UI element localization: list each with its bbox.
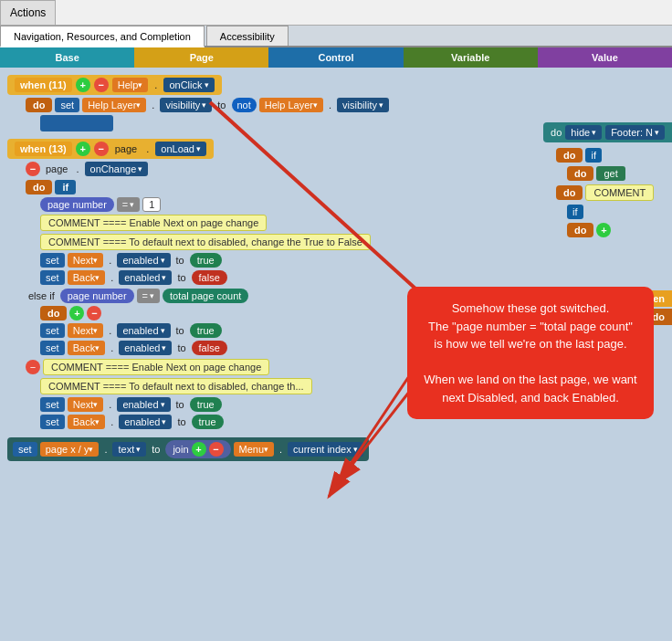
set-next3: set bbox=[40, 397, 65, 412]
else-minus[interactable]: − bbox=[26, 360, 40, 374]
hide-dd[interactable]: hide bbox=[565, 125, 602, 140]
dot-bottom: . bbox=[101, 442, 110, 457]
value-1-badge[interactable]: 1 bbox=[142, 197, 161, 212]
enabled-dd4[interactable]: enabled bbox=[119, 341, 172, 355]
to-back1: to bbox=[174, 270, 188, 285]
when-13-keyword: when (13) bbox=[15, 142, 72, 156]
else-if-label: else if bbox=[26, 289, 58, 303]
do-else-if: do bbox=[40, 306, 67, 320]
cat-base[interactable]: Base bbox=[0, 47, 134, 68]
right-add[interactable]: + bbox=[596, 223, 611, 237]
set-back3: set bbox=[40, 415, 65, 429]
comment4-block: COMMENT ==== To default next to disabled… bbox=[40, 378, 312, 394]
dot-separator: . bbox=[152, 78, 160, 92]
to-back2: to bbox=[174, 341, 188, 355]
enabled-dd3[interactable]: enabled bbox=[117, 323, 170, 338]
dot-back2: . bbox=[108, 341, 116, 355]
join-remove[interactable]: − bbox=[209, 442, 224, 457]
right-if: if bbox=[585, 148, 602, 163]
page-xy-dd[interactable]: page x / y bbox=[40, 442, 100, 457]
get-block: get bbox=[596, 166, 625, 181]
annotation-text: Somehow these got switched.The "page num… bbox=[424, 299, 637, 406]
when-13-remove[interactable]: − bbox=[94, 142, 109, 156]
back-dd3[interactable]: Back bbox=[68, 415, 105, 429]
right-if2: if bbox=[567, 205, 672, 219]
actions-menu[interactable]: Actions bbox=[0, 0, 56, 25]
menu-dd[interactable]: Menu bbox=[234, 442, 275, 457]
cat-value[interactable]: Value bbox=[538, 47, 672, 68]
next-dd2[interactable]: Next bbox=[68, 323, 104, 338]
onchange-dropdown[interactable]: onChange bbox=[85, 162, 149, 176]
next-dd3[interactable]: Next bbox=[68, 397, 104, 412]
visibility-dd2[interactable]: visibility bbox=[337, 98, 389, 112]
tab-navigation[interactable]: Navigation, Resources, and Completion bbox=[0, 26, 205, 47]
dot-back3: . bbox=[108, 415, 116, 429]
cat-control[interactable]: Control bbox=[268, 47, 403, 68]
enabled-dd6[interactable]: enabled bbox=[119, 415, 172, 429]
annotation-box: Somehow these got switched.The "page num… bbox=[407, 287, 654, 419]
enabled-dd5[interactable]: enabled bbox=[117, 397, 170, 412]
join-add[interactable]: + bbox=[192, 442, 206, 457]
dot-11: . bbox=[149, 98, 157, 112]
right-do3: do bbox=[556, 185, 583, 200]
do-11-label: do bbox=[26, 98, 52, 112]
footer-dd[interactable]: Footer: N bbox=[605, 125, 665, 140]
onload-dropdown[interactable]: onLoad bbox=[155, 142, 206, 156]
when-11-row: when (11) + − Help . onClick bbox=[7, 75, 665, 95]
right-do-get: do get bbox=[567, 166, 672, 181]
dot-back1: . bbox=[108, 270, 116, 285]
help-layer-dd2[interactable]: Help Layer bbox=[259, 98, 323, 112]
to-back3: to bbox=[174, 415, 188, 429]
current-index-dd[interactable]: current index bbox=[288, 442, 363, 457]
comment3-block: COMMENT ==== Enable Next on page change bbox=[43, 359, 269, 375]
when-11-add[interactable]: + bbox=[76, 78, 90, 92]
when-11-header: when (11) + − Help . onClick bbox=[7, 75, 222, 95]
to-next3: to bbox=[173, 397, 187, 412]
dot-menu: . bbox=[277, 442, 285, 457]
cat-variable[interactable]: Variable bbox=[404, 47, 538, 68]
cat-page[interactable]: Page bbox=[134, 47, 268, 68]
right-do-section: do if do get do COMMENT if do + bbox=[549, 148, 672, 237]
tab-accessibility[interactable]: Accessibility bbox=[206, 26, 289, 46]
total-page-count-value: total page count bbox=[163, 289, 248, 303]
back-dd2[interactable]: Back bbox=[68, 341, 105, 355]
page-number-value1: page number bbox=[40, 197, 114, 212]
page-13: page bbox=[112, 142, 140, 156]
dot-next3: . bbox=[106, 397, 114, 412]
do-13: do bbox=[26, 180, 52, 194]
back-dd1[interactable]: Back bbox=[68, 270, 105, 285]
equals-op2[interactable]: = bbox=[137, 289, 160, 303]
to-next2: to bbox=[173, 323, 187, 338]
onclick-dropdown[interactable]: onClick bbox=[163, 78, 214, 92]
do-bottom-label: do bbox=[653, 311, 665, 322]
to-11: to bbox=[215, 98, 228, 112]
else-if-remove[interactable]: − bbox=[87, 306, 101, 320]
equals-op1[interactable]: = bbox=[117, 197, 140, 212]
onchange-remove[interactable]: − bbox=[26, 162, 40, 176]
set-back1: set bbox=[40, 270, 65, 285]
right-do-row: do if bbox=[556, 148, 672, 163]
tab-bar: Navigation, Resources, and Completion Ac… bbox=[0, 26, 672, 47]
right-do4: do + bbox=[567, 223, 672, 237]
help-layer-dd[interactable]: Help Layer bbox=[82, 98, 146, 112]
page-number-value2: page number bbox=[60, 289, 134, 303]
not-value: not bbox=[232, 98, 257, 112]
to-next1: to bbox=[173, 253, 187, 268]
main-content: when (11) + − Help . onClick do set Help… bbox=[0, 68, 672, 641]
hide-block: do hide Footer: N bbox=[543, 122, 672, 142]
else-if-add[interactable]: + bbox=[69, 306, 84, 320]
true-val3: true bbox=[190, 397, 222, 412]
when-13-add[interactable]: + bbox=[76, 142, 90, 156]
do-top-right: do bbox=[551, 127, 562, 138]
enabled-dd2[interactable]: enabled bbox=[119, 270, 172, 285]
enabled-dd1[interactable]: enabled bbox=[117, 253, 170, 268]
dot-next1: . bbox=[106, 253, 114, 268]
set-page-xy: set bbox=[13, 442, 37, 457]
help-dropdown[interactable]: Help bbox=[112, 78, 149, 92]
visibility-dd1[interactable]: visibility bbox=[160, 98, 212, 112]
dot-next2: . bbox=[106, 323, 114, 338]
when-11-remove[interactable]: − bbox=[94, 78, 109, 92]
text-dd[interactable]: text bbox=[112, 442, 146, 457]
if-13: if bbox=[55, 180, 76, 194]
next-dd1[interactable]: Next bbox=[68, 253, 104, 268]
